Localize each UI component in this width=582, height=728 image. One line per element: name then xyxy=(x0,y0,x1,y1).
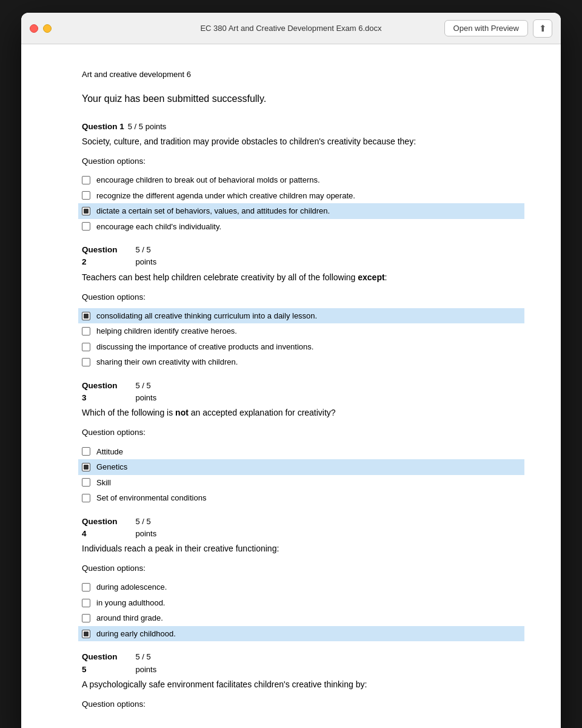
question-2-score-block: 5 / 5 points xyxy=(136,244,157,269)
option-text: Set of environmental conditions xyxy=(96,492,206,504)
option-checkbox xyxy=(82,191,90,200)
question-4-text: Individuals reach a peak in their creati… xyxy=(82,542,524,555)
question-2-num: 2 xyxy=(82,257,87,266)
option-item: recognize the different agenda under whi… xyxy=(82,188,524,204)
question-2-label: Question xyxy=(82,245,118,254)
question-5-text: A psychologically safe environment facil… xyxy=(82,678,524,691)
share-icon: ⬆ xyxy=(539,23,547,34)
question-3-score: 5 / 5 xyxy=(136,381,151,390)
question-4-label-block: Question 4 xyxy=(82,516,118,541)
document-title: Art and creative development 6 xyxy=(82,69,524,81)
question-2-options: consolidating all creative thinking curr… xyxy=(82,308,524,370)
option-item: around third grade. xyxy=(82,610,524,626)
option-checkbox xyxy=(82,583,90,592)
question-4-score: 5 / 5 xyxy=(136,517,151,526)
option-item: helping children identify creative heroe… xyxy=(82,323,524,339)
question-5-section: Question 5 5 / 5 points A psychologicall… xyxy=(82,651,524,710)
option-checkbox xyxy=(82,222,90,231)
option-text: around third grade. xyxy=(96,612,163,624)
option-text: recognize the different agenda under whi… xyxy=(96,190,355,202)
question-3-options: Attitude Genetics Skill Set of environme… xyxy=(82,444,524,506)
option-checkbox-checked xyxy=(82,207,90,215)
question-1-score: 5 / 5 points xyxy=(128,121,167,133)
option-text: during early childhood. xyxy=(96,628,176,640)
question-2-label-block: Question 2 xyxy=(82,244,118,269)
question-4-options-label: Question options: xyxy=(82,562,524,575)
option-checkbox xyxy=(82,358,90,366)
question-2-score: 5 / 5 xyxy=(136,245,151,254)
option-text: discussing the importance of creative pr… xyxy=(96,341,313,353)
share-button[interactable]: ⬆ xyxy=(533,19,552,38)
option-text: helping children identify creative heroe… xyxy=(96,325,237,337)
question-1-label: Question 1 xyxy=(82,121,124,133)
question-3-label-block: Question 3 xyxy=(82,380,118,405)
option-text: Attitude xyxy=(96,446,123,458)
question-3-options-label: Question options: xyxy=(82,426,524,439)
option-text: sharing their own creativity with childr… xyxy=(96,356,238,368)
option-text: Skill xyxy=(96,477,111,489)
option-text: encourage children to break out of behav… xyxy=(96,174,320,186)
option-text: consolidating all creative thinking curr… xyxy=(96,310,317,322)
option-item-selected: consolidating all creative thinking curr… xyxy=(78,308,524,324)
option-item: Set of environmental conditions xyxy=(82,490,524,506)
option-checkbox xyxy=(82,327,90,335)
option-text: dictate a certain set of behaviors, valu… xyxy=(96,205,330,217)
question-2-section: Question 2 5 / 5 points Teachers can bes… xyxy=(82,244,524,370)
option-item: encourage children to break out of behav… xyxy=(82,172,524,188)
question-1-header: Question 1 5 / 5 points xyxy=(82,121,524,133)
option-item: sharing their own creativity with childr… xyxy=(82,354,524,370)
option-checkbox xyxy=(82,494,90,502)
question-4-num: 4 xyxy=(82,529,87,538)
option-text: Genetics xyxy=(96,461,127,473)
option-checkbox xyxy=(82,614,90,622)
titlebar-actions: Open with Preview ⬆ xyxy=(444,19,552,38)
minimize-button[interactable] xyxy=(43,24,52,33)
option-item-selected: during early childhood. xyxy=(78,626,524,642)
document-window: EC 380 Art and Creative Development Exam… xyxy=(21,13,561,728)
question-5-num: 5 xyxy=(82,665,87,674)
question-5-options-label: Question options: xyxy=(82,698,524,710)
close-button[interactable] xyxy=(30,24,38,33)
question-4-score-header: Question 4 5 / 5 points xyxy=(82,516,524,541)
question-4-section: Question 4 5 / 5 points Individuals reac… xyxy=(82,516,524,642)
option-item: in young adulthood. xyxy=(82,595,524,611)
titlebar: EC 380 Art and Creative Development Exam… xyxy=(21,13,561,44)
question-4-score-block: 5 / 5 points xyxy=(136,516,157,541)
question-4-options: during adolescence. in young adulthood. … xyxy=(82,579,524,641)
question-1-text: Society, culture, and tradition may prov… xyxy=(82,135,524,148)
document-content: Art and creative development 6 Your quiz… xyxy=(21,44,561,728)
option-item: during adolescence. xyxy=(82,579,524,595)
question-4-points: points xyxy=(136,529,157,538)
option-item: discussing the importance of creative pr… xyxy=(82,339,524,355)
option-checkbox xyxy=(82,176,90,184)
question-5-points: points xyxy=(136,665,157,674)
question-2-score-header: Question 2 5 / 5 points xyxy=(82,244,524,269)
option-item-selected: Genetics xyxy=(78,459,524,475)
option-item: encourage each child's individuality. xyxy=(82,219,524,235)
option-checkbox xyxy=(82,447,90,456)
question-1-options-label: Question options: xyxy=(82,155,524,167)
option-item-selected: dictate a certain set of behaviors, valu… xyxy=(78,203,524,219)
question-2-text: Teachers can best help children celebrat… xyxy=(82,271,524,284)
question-1-section: Question 1 5 / 5 points Society, culture… xyxy=(82,121,524,235)
option-item: Attitude xyxy=(82,444,524,460)
option-checkbox xyxy=(82,478,90,487)
option-text: in young adulthood. xyxy=(96,597,165,609)
option-checkbox xyxy=(82,343,90,351)
option-checkbox-checked xyxy=(82,630,90,638)
question-5-score: 5 / 5 xyxy=(136,652,151,661)
question-2-options-label: Question options: xyxy=(82,291,524,303)
question-3-text: Which of the following is not an accepte… xyxy=(82,406,524,419)
traffic-lights xyxy=(30,24,52,33)
option-item: Skill xyxy=(82,475,524,491)
open-preview-button[interactable]: Open with Preview xyxy=(444,20,528,36)
option-text: encourage each child's individuality. xyxy=(96,221,221,233)
question-5-label-block: Question 5 xyxy=(82,651,118,676)
question-3-score-block: 5 / 5 points xyxy=(136,380,157,405)
question-3-num: 3 xyxy=(82,393,87,402)
question-5-label: Question xyxy=(82,652,118,661)
option-checkbox xyxy=(82,599,90,607)
question-3-score-header: Question 3 5 / 5 points xyxy=(82,380,524,405)
question-3-section: Question 3 5 / 5 points Which of the fol… xyxy=(82,380,524,506)
window-title: EC 380 Art and Creative Development Exam… xyxy=(200,24,381,33)
